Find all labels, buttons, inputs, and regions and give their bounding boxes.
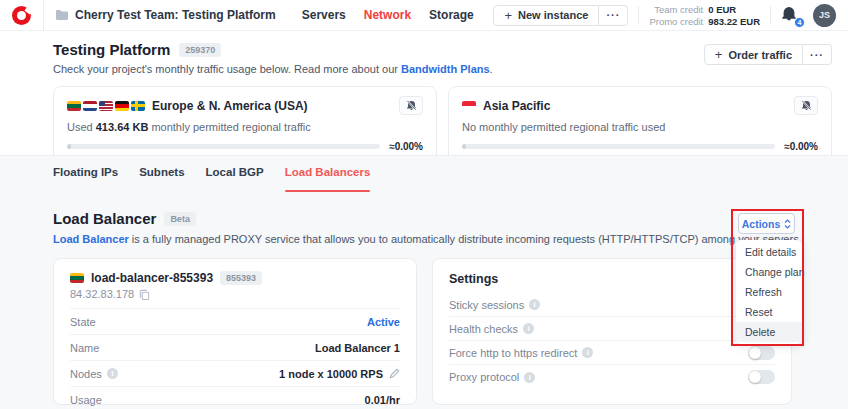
header-divider bbox=[43, 0, 44, 31]
info-icon[interactable] bbox=[523, 323, 534, 334]
tab-local-bgp[interactable]: Local BGP bbox=[206, 166, 264, 183]
table-row: State Active bbox=[70, 308, 400, 334]
bell-slash-icon bbox=[406, 100, 417, 111]
table-row: Name Load Balancer 1 bbox=[70, 334, 400, 360]
plus-icon: + bbox=[504, 8, 512, 23]
traffic-card-europe: Europe & N. America (USA) Used 413.64 KB… bbox=[53, 86, 437, 163]
menu-item-delete[interactable]: Delete bbox=[736, 322, 802, 342]
region-flags bbox=[67, 101, 145, 111]
bandwidth-plans-link[interactable]: Bandwidth Plans bbox=[401, 63, 490, 75]
menu-item-edit-details[interactable]: Edit details bbox=[736, 242, 802, 262]
section-description: Load Balancer is a fully managed PROXY s… bbox=[53, 233, 832, 245]
app-window: Cherry Test Team: Testing Platform Serve… bbox=[0, 0, 848, 409]
mute-notifications-button[interactable] bbox=[794, 96, 818, 115]
nav-servers[interactable]: Servers bbox=[302, 8, 346, 22]
load-balancer-link[interactable]: Load Balancer bbox=[53, 233, 129, 245]
row-label: State bbox=[70, 316, 96, 328]
load-balancer-ip: 84.32.83.178 bbox=[70, 288, 134, 300]
promo-credit-value: 983.22 EUR bbox=[708, 16, 760, 27]
mute-notifications-button[interactable] bbox=[399, 96, 423, 115]
nav-storage[interactable]: Storage bbox=[429, 8, 474, 22]
page-title: Testing Platform bbox=[53, 41, 170, 58]
proxy-protocol-toggle[interactable] bbox=[748, 370, 775, 384]
project-subtitle: Check your project's monthly traffic usa… bbox=[53, 63, 493, 75]
actions-button[interactable]: Actions bbox=[738, 213, 795, 234]
new-instance-button-group: + New instance ··· bbox=[493, 5, 628, 26]
header-divider bbox=[770, 6, 771, 24]
notification-count-badge: 4 bbox=[794, 17, 805, 28]
traffic-percent: ≈0.00% bbox=[784, 141, 818, 152]
setting-label: Health checks bbox=[449, 323, 534, 335]
menu-item-reset[interactable]: Reset bbox=[736, 302, 802, 322]
traffic-region-title: Asia Pacific bbox=[483, 99, 550, 113]
settings-title: Settings bbox=[449, 272, 775, 286]
info-icon[interactable] bbox=[107, 368, 118, 379]
traffic-usage-text: No monthly permitted regional traffic us… bbox=[462, 121, 818, 133]
team-credit-label: Team credit bbox=[649, 4, 703, 15]
traffic-progress-bar bbox=[462, 144, 775, 149]
network-tabs: Floating IPs Subnets Local BGP Load Bala… bbox=[53, 166, 832, 183]
row-label: Nodes bbox=[70, 368, 118, 380]
bell-slash-icon bbox=[801, 100, 812, 111]
usa-flag-icon bbox=[99, 101, 113, 111]
netherlands-flag-icon bbox=[83, 101, 97, 111]
team-credit-value: 0 EUR bbox=[708, 4, 760, 15]
info-icon[interactable] bbox=[524, 372, 535, 383]
order-traffic-button[interactable]: + Order traffic bbox=[704, 44, 803, 65]
setting-label: Proxy protocol bbox=[449, 371, 535, 383]
header-divider bbox=[638, 6, 639, 24]
actions-dropdown-menu: Edit details Change plan Refresh Reset D… bbox=[736, 240, 802, 344]
new-instance-button[interactable]: + New instance bbox=[493, 5, 599, 26]
row-label: Usage bbox=[70, 394, 102, 406]
setting-label: Force http to https redirect bbox=[449, 347, 593, 359]
menu-item-refresh[interactable]: Refresh bbox=[736, 282, 802, 302]
singapore-flag-icon bbox=[462, 101, 476, 111]
project-section: Testing Platform 259370 Check your proje… bbox=[0, 31, 848, 155]
order-traffic-more-button[interactable]: ··· bbox=[803, 44, 832, 65]
lithuania-flag-icon bbox=[70, 273, 84, 283]
nav-network[interactable]: Network bbox=[364, 8, 411, 22]
tab-floating-ips[interactable]: Floating IPs bbox=[53, 166, 118, 183]
load-balancer-name: load-balancer-855393 bbox=[91, 271, 213, 285]
row-value: Load Balancer 1 bbox=[315, 342, 400, 354]
table-row: Nodes 1 node x 10000 RPS bbox=[70, 360, 400, 386]
setting-label: Sticky sessions bbox=[449, 299, 540, 311]
status-badge: Active bbox=[367, 316, 400, 328]
setting-row: Health checks bbox=[449, 317, 775, 341]
breadcrumb[interactable]: Cherry Test Team: Testing Platform bbox=[56, 8, 276, 22]
cherry-servers-logo-icon[interactable] bbox=[12, 6, 31, 25]
info-icon[interactable] bbox=[582, 347, 593, 358]
https-redirect-toggle[interactable] bbox=[748, 346, 775, 360]
table-row: Usage 0.01/hr bbox=[70, 386, 400, 409]
tab-load-balancers[interactable]: Load Balancers bbox=[285, 166, 371, 183]
region-flags bbox=[462, 101, 476, 111]
plus-icon: + bbox=[715, 47, 723, 62]
avatar[interactable]: JS bbox=[813, 4, 836, 27]
project-id-badge: 259370 bbox=[179, 43, 221, 57]
info-icon[interactable] bbox=[529, 299, 540, 310]
order-traffic-button-group: + Order traffic ··· bbox=[704, 44, 832, 65]
chevron-updown-icon bbox=[784, 219, 791, 229]
folder-icon bbox=[56, 10, 68, 20]
menu-item-change-plan[interactable]: Change plan bbox=[736, 262, 802, 282]
copy-icon[interactable] bbox=[139, 289, 150, 300]
breadcrumb-label: Cherry Test Team: Testing Platform bbox=[75, 8, 276, 22]
lithuania-flag-icon bbox=[67, 101, 81, 111]
row-value: 0.01/hr bbox=[365, 394, 400, 406]
germany-flag-icon bbox=[115, 101, 129, 111]
tab-subnets[interactable]: Subnets bbox=[139, 166, 184, 183]
network-section: Floating IPs Subnets Local BGP Load Bala… bbox=[0, 155, 848, 409]
edit-pencil-icon[interactable] bbox=[389, 368, 400, 379]
traffic-usage-text: Used 413.64 KB monthly permitted regiona… bbox=[67, 121, 423, 133]
instance-more-button[interactable]: ··· bbox=[599, 5, 628, 26]
row-value: 1 node x 10000 RPS bbox=[279, 368, 400, 380]
section-title: Load Balancer bbox=[53, 210, 156, 227]
main-nav: Servers Network Storage bbox=[302, 8, 474, 22]
promo-credit-label: Promo credit bbox=[649, 16, 703, 27]
notifications-button[interactable]: 4 bbox=[781, 5, 801, 25]
traffic-usage-value: 413.64 KB bbox=[96, 121, 149, 133]
credits-summary: Team credit 0 EUR Promo credit 983.22 EU… bbox=[649, 4, 760, 27]
top-header: Cherry Test Team: Testing Platform Serve… bbox=[0, 0, 848, 31]
traffic-progress-bar bbox=[67, 144, 380, 149]
traffic-region-title: Europe & N. America (USA) bbox=[152, 99, 308, 113]
